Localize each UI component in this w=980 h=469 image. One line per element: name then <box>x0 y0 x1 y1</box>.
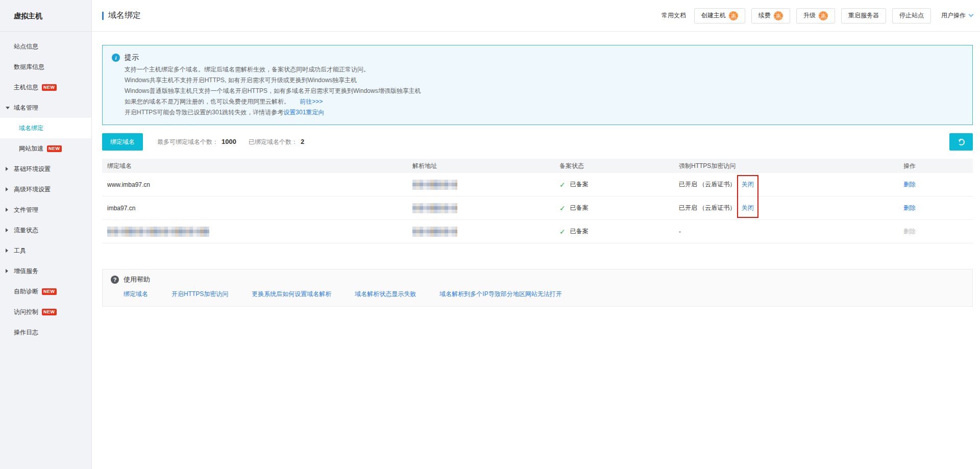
help-link-multi-ip-issue[interactable]: 域名解析到多个IP导致部分地区网站无法打开 <box>439 290 561 299</box>
renew-button[interactable]: 续费 惠 <box>751 8 790 23</box>
chevron-right-icon <box>6 249 8 253</box>
domain-name: www.imba97.cn <box>107 181 150 188</box>
sidebar-item-database-info[interactable]: 数据库信息 <box>0 57 91 77</box>
sidebar-item-label: 高级环境设置 <box>14 185 51 194</box>
help-section: ? 使用帮助 绑定域名 开启HTTPS加密访问 更换系统后如何设置域名解析 域名… <box>102 269 973 307</box>
sidebar-item-label: 操作日志 <box>14 328 38 337</box>
sidebar: 虚拟主机 站点信息 数据库信息 主机信息 NEW 域名管理 域名绑定 网站加速 … <box>0 0 92 469</box>
question-icon: ? <box>111 276 119 284</box>
sidebar-item-self-diagnosis[interactable]: 自助诊断 NEW <box>0 281 91 302</box>
domain-counters: 最多可绑定域名个数：1000 已绑定域名个数：2 <box>157 138 304 146</box>
refresh-icon <box>958 139 965 145</box>
new-badge: NEW <box>42 288 57 295</box>
main-area: 域名绑定 常用文档 创建主机 惠 续费 惠 升级 惠 重启服务器 <box>92 0 980 469</box>
user-operations-menu[interactable]: 用户操作 <box>941 11 973 20</box>
delete-link[interactable]: 删除 <box>903 204 916 211</box>
help-link-dns-after-system-change[interactable]: 更换系统后如何设置域名解析 <box>252 290 331 299</box>
table-header-row: 绑定域名 解析地址 备案状态 强制HTTPS加密访问 操作 <box>102 159 973 173</box>
sidebar-item-advanced-env-settings[interactable]: 高级环境设置 <box>0 179 91 200</box>
sidebar-item-domain-binding[interactable]: 域名绑定 <box>0 118 91 138</box>
promo-icon: 惠 <box>819 11 828 20</box>
https-state: 已开启 <box>679 181 697 188</box>
chevron-right-icon <box>6 187 8 191</box>
column-header-icp-status: 备案状态 <box>554 162 674 170</box>
sidebar-item-access-control[interactable]: 访问控制 NEW <box>0 302 91 322</box>
sidebar-item-tools[interactable]: 工具 <box>0 240 91 261</box>
notice-line: 支持一个主机绑定多个域名。绑定后域名需解析生效，备案状态同时成功后才能正常访问。 <box>112 64 963 75</box>
bound-domains-value: 2 <box>301 138 304 145</box>
column-header-domain: 绑定域名 <box>102 162 407 170</box>
button-label: 重启服务器 <box>848 11 879 20</box>
button-label: 续费 <box>758 11 771 20</box>
help-link-bind-domain[interactable]: 绑定域名 <box>124 290 148 299</box>
app: 虚拟主机 站点信息 数据库信息 主机信息 NEW 域名管理 域名绑定 网站加速 … <box>0 0 980 469</box>
redacted-resolve-address <box>412 227 457 237</box>
max-domains-value: 1000 <box>222 138 236 145</box>
topbar: 域名绑定 常用文档 创建主机 惠 续费 惠 升级 惠 重启服务器 <box>92 0 980 32</box>
sidebar-item-host-info[interactable]: 主机信息 NEW <box>0 77 91 97</box>
notice-line: Windows普通版独享主机只支持一个域名开启HTTPS，如有多域名开启需求可更… <box>112 86 963 96</box>
check-icon: ✓ <box>559 228 566 236</box>
bind-domain-button[interactable]: 绑定域名 <box>102 133 143 151</box>
info-icon: i <box>112 54 120 62</box>
sidebar-item-domain-management[interactable]: 域名管理 <box>0 97 91 118</box>
sidebar-item-label: 域名管理 <box>14 104 38 112</box>
sidebar-item-traffic-status[interactable]: 流量状态 <box>0 220 91 240</box>
table-row: imba97.cn ✓ 已备案 已开启 （云盾证书） 关闭 删除 <box>102 196 973 220</box>
table-row: ✓ 已备案 - 删除 <box>102 220 973 243</box>
create-host-button[interactable]: 创建主机 惠 <box>694 8 745 23</box>
button-label: 升级 <box>803 11 816 20</box>
set-301-redirect-link[interactable]: 设置301重定向 <box>283 109 324 116</box>
max-domains-label: 最多可绑定域名个数： <box>157 138 218 145</box>
check-icon: ✓ <box>559 204 566 212</box>
https-cert: （云盾证书） <box>699 204 736 211</box>
sidebar-item-label: 工具 <box>14 246 26 255</box>
restart-server-button[interactable]: 重启服务器 <box>841 8 886 23</box>
table-toolbar: 绑定域名 最多可绑定域名个数：1000 已绑定域名个数：2 <box>102 133 973 151</box>
sidebar-item-operation-log[interactable]: 操作日志 <box>0 322 91 342</box>
sidebar-item-basic-env-settings[interactable]: 基础环境设置 <box>0 159 91 179</box>
sidebar-item-label: 流量状态 <box>14 226 38 235</box>
sidebar-item-site-acceleration[interactable]: 网站加速 NEW <box>0 138 91 159</box>
icp-status: 已备案 <box>570 227 589 236</box>
close-https-link[interactable]: 关闭 <box>742 181 754 188</box>
sidebar-nav: 站点信息 数据库信息 主机信息 NEW 域名管理 域名绑定 网站加速 NEW <box>0 32 91 342</box>
promo-icon: 惠 <box>774 11 783 20</box>
chevron-right-icon <box>6 208 8 212</box>
chevron-right-icon <box>6 167 8 171</box>
sidebar-item-label: 域名绑定 <box>19 124 43 133</box>
button-label: 停止站点 <box>899 11 924 20</box>
sidebar-item-label: 访问控制 <box>14 308 38 316</box>
chevron-down-icon <box>6 107 10 109</box>
upgrade-button[interactable]: 升级 惠 <box>796 8 835 23</box>
refresh-button[interactable] <box>949 133 973 151</box>
sidebar-item-label: 主机信息 <box>14 83 38 92</box>
sidebar-item-label: 文件管理 <box>14 206 38 214</box>
sidebar-item-file-management[interactable]: 文件管理 <box>0 200 91 220</box>
domain-table: 绑定域名 解析地址 备案状态 强制HTTPS加密访问 操作 www.imba97… <box>102 159 973 243</box>
notice-title: 提示 <box>125 53 139 62</box>
help-link-dns-status-failed[interactable]: 域名解析状态显示失败 <box>355 290 416 299</box>
docs-link[interactable]: 常用文档 <box>662 11 686 20</box>
sidebar-item-label: 网站加速 <box>19 144 43 153</box>
new-badge: NEW <box>42 309 57 315</box>
button-label: 创建主机 <box>701 11 726 20</box>
https-state: - <box>679 228 681 235</box>
sidebar-item-value-added-services[interactable]: 增值服务 <box>0 261 91 281</box>
notice-line: 如果您的域名不是万网注册的，也可以免费使用阿里云解析。 前往>>> <box>112 96 963 107</box>
https-cert: （云盾证书） <box>699 181 736 188</box>
delete-link[interactable]: 删除 <box>903 181 916 188</box>
content: i 提示 支持一个主机绑定多个域名。绑定后域名需解析生效，备案状态同时成功后才能… <box>92 32 980 307</box>
help-link-enable-https[interactable]: 开启HTTPS加密访问 <box>172 290 228 299</box>
https-state: 已开启 <box>679 204 697 211</box>
notice-text: 如果您的域名不是万网注册的，也可以免费使用阿里云解析。 <box>125 98 290 105</box>
stop-site-button[interactable]: 停止站点 <box>892 8 931 23</box>
help-title: 使用帮助 <box>124 275 150 284</box>
icp-status: 已备案 <box>570 204 589 212</box>
close-https-link[interactable]: 关闭 <box>742 204 754 211</box>
sidebar-item-site-info[interactable]: 站点信息 <box>0 36 91 57</box>
sidebar-title: 虚拟主机 <box>0 0 91 32</box>
redacted-resolve-address <box>412 203 457 213</box>
go-to-dns-link[interactable]: 前往>>> <box>300 98 323 105</box>
topbar-actions: 常用文档 创建主机 惠 续费 惠 升级 惠 重启服务器 停止站点 <box>662 8 973 23</box>
